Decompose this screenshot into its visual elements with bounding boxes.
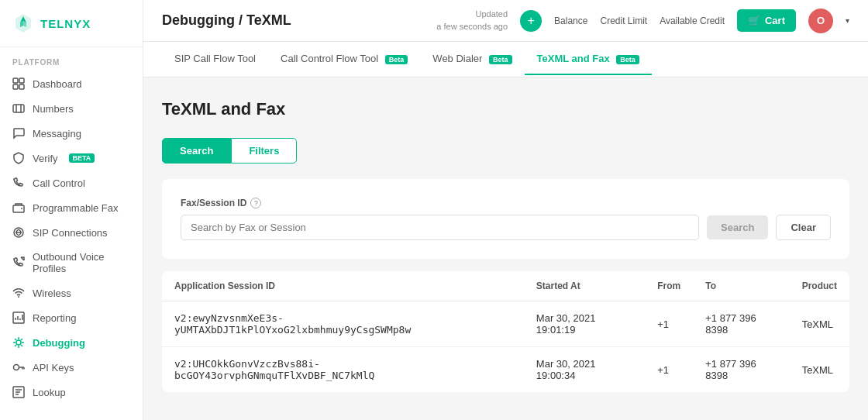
svg-rect-11 <box>13 205 24 212</box>
programmable-fax-label: Programmable Fax <box>33 202 119 214</box>
api-keys-icon <box>12 361 25 374</box>
avatar-chevron-icon[interactable]: ▾ <box>846 16 849 25</box>
content-area: TeXML and Fax Search Filters Fax/Session… <box>143 77 868 420</box>
sidebar: TELNYX PLATFORM Dashboard Numbers Messag… <box>0 0 143 420</box>
sidebar-item-wireless[interactable]: Wireless <box>0 281 143 305</box>
search-button[interactable]: Search <box>707 215 768 239</box>
sidebar-item-outbound-voice[interactable]: Outbound Voice Profiles <box>0 245 143 281</box>
results-table: Application Session ID Started At From T… <box>162 271 849 392</box>
tab-sip-call-flow[interactable]: SIP Call Flow Tool <box>162 43 268 75</box>
sidebar-item-programmable-fax[interactable]: Programmable Fax <box>0 195 143 220</box>
cell-started-at: Mar 30, 2021 19:01:19 <box>524 301 645 347</box>
updated-info: Updated a few seconds ago <box>436 9 508 33</box>
svg-point-21 <box>14 365 19 370</box>
topbar-right: Updated a few seconds ago + Balance Cred… <box>436 9 849 33</box>
cart-button[interactable]: 🛒 Cart <box>737 9 796 32</box>
fax-icon <box>12 201 25 214</box>
logo-text: TELNYX <box>40 17 91 30</box>
call-control-flow-badge: Beta <box>385 55 408 64</box>
svg-point-20 <box>16 340 21 345</box>
lookup-label: Lookup <box>33 387 66 398</box>
balance-label: Balance <box>554 15 587 26</box>
sidebar-item-verify[interactable]: Verify BETA <box>0 146 143 170</box>
field-row: Search Clear <box>181 215 831 240</box>
table-row[interactable]: v2:UHCOkkGonvVzczBvs88i-bcGOY43orvphGNmq… <box>162 347 849 393</box>
lookup-icon <box>12 386 25 398</box>
avatar-label: O <box>817 15 825 26</box>
sidebar-item-reporting[interactable]: Reporting <box>0 305 143 330</box>
updated-time: a few seconds ago <box>436 21 508 33</box>
reporting-icon <box>12 312 25 324</box>
debugging-label: Debugging <box>33 337 85 349</box>
tab-texml-fax[interactable]: TeXML and Fax Beta <box>525 43 652 75</box>
page-content: TeXML and Fax Search Filters Fax/Session… <box>143 77 868 414</box>
svg-rect-7 <box>19 84 24 89</box>
search-input[interactable] <box>181 215 699 240</box>
sidebar-item-lookup[interactable]: Lookup <box>0 380 143 405</box>
search-filter-tabs: Search Filters <box>162 138 849 164</box>
col-started-at: Started At <box>524 271 645 301</box>
sidebar-item-api-keys[interactable]: API Keys <box>0 355 143 380</box>
search-tab[interactable]: Search <box>162 138 231 164</box>
svg-rect-4 <box>13 78 18 83</box>
verify-beta-badge: BETA <box>69 153 95 163</box>
debugging-icon <box>12 336 25 349</box>
telnyx-logo-icon <box>12 12 34 34</box>
resources-section-label: RESOURCES <box>0 412 143 420</box>
tab-bar: SIP Call Flow Tool Call Control Flow Too… <box>143 42 868 77</box>
topbar: Debugging / TeXML Updated a few seconds … <box>143 0 868 42</box>
reporting-label: Reporting <box>33 312 76 324</box>
clear-button[interactable]: Clear <box>776 215 831 240</box>
col-product: Product <box>790 271 849 301</box>
call-control-label: Call Control <box>33 177 85 189</box>
sip-connections-label: SIP Connections <box>33 227 108 239</box>
col-to: To <box>693 271 789 301</box>
col-session-id: Application Session ID <box>162 271 524 301</box>
svg-point-12 <box>21 208 22 209</box>
field-help-icon[interactable]: ? <box>250 198 261 208</box>
sidebar-item-dashboard[interactable]: Dashboard <box>0 71 143 96</box>
sip-icon <box>12 226 25 239</box>
avatar-button[interactable]: O <box>808 9 833 33</box>
wireless-label: Wireless <box>33 287 71 299</box>
cell-product: TeXML <box>790 301 849 347</box>
sidebar-logo: TELNYX <box>0 0 143 47</box>
texml-fax-badge: Beta <box>616 55 639 64</box>
table-row[interactable]: v2:ewyNzvsnmXeE3s-yUMTAXbDJT1kPlOYxoG2lx… <box>162 301 849 347</box>
tab-web-dialer[interactable]: Web Dialer Beta <box>420 43 524 75</box>
numbers-label: Numbers <box>33 103 74 115</box>
breadcrumb: Debugging / TeXML <box>162 12 424 29</box>
sidebar-item-debugging[interactable]: Debugging <box>0 330 143 355</box>
web-dialer-badge: Beta <box>489 55 512 64</box>
sidebar-item-call-control[interactable]: Call Control <box>0 170 143 195</box>
updated-label: Updated <box>436 9 508 20</box>
verify-icon <box>12 152 25 164</box>
outbound-voice-label: Outbound Voice Profiles <box>33 251 130 274</box>
svg-rect-6 <box>13 84 18 89</box>
dashboard-icon <box>12 77 25 90</box>
sidebar-item-sip-connections[interactable]: SIP Connections <box>0 220 143 245</box>
platform-section-label: PLATFORM <box>0 47 143 71</box>
tab-call-control-flow[interactable]: Call Control Flow Tool Beta <box>268 43 420 75</box>
messaging-icon <box>12 127 25 139</box>
svg-rect-8 <box>13 105 24 112</box>
dashboard-label: Dashboard <box>33 78 82 90</box>
api-keys-label: API Keys <box>33 362 74 374</box>
cart-label: Cart <box>765 15 785 26</box>
sidebar-item-numbers[interactable]: Numbers <box>0 96 143 121</box>
filters-tab[interactable]: Filters <box>231 138 297 164</box>
cell-to: +1 877 396 8398 <box>693 301 789 347</box>
svg-point-14 <box>18 296 19 298</box>
search-card: Fax/Session ID ? Search Clear <box>162 179 849 259</box>
credit-limit-label: Credit Limit <box>600 15 647 26</box>
messaging-label: Messaging <box>33 128 81 139</box>
available-credit-label: Available Credit <box>660 15 725 26</box>
call-control-icon <box>12 177 25 189</box>
cell-from: +1 <box>645 347 693 393</box>
add-button[interactable]: + <box>520 10 542 32</box>
verify-label: Verify <box>33 153 58 164</box>
sidebar-item-messaging[interactable]: Messaging <box>0 121 143 146</box>
cell-to: +1 877 396 8398 <box>693 347 789 393</box>
cell-product: TeXML <box>790 347 849 393</box>
main-content: Debugging / TeXML Updated a few seconds … <box>143 0 868 420</box>
